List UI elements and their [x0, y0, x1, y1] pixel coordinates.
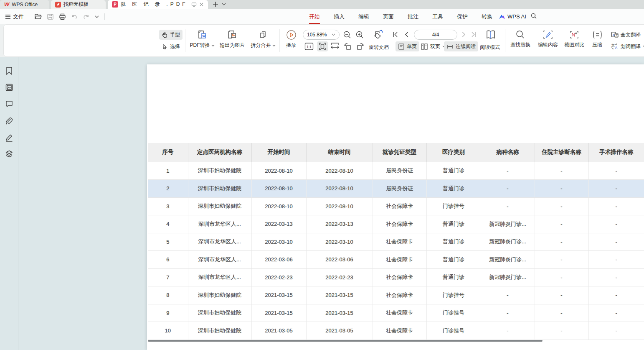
export-image-button[interactable]: 输出为图片 — [217, 30, 248, 49]
undo-icon[interactable] — [71, 13, 78, 20]
play-label: 播放 — [286, 42, 296, 49]
table-cell: 普通门诊 — [426, 180, 481, 198]
screenshot-compare-button[interactable]: 截图对比 — [562, 30, 587, 49]
tab-docer-templates[interactable]: 找稻壳模板 — [51, 0, 106, 9]
fit-page-button[interactable] — [317, 41, 328, 51]
table-header-row: 序号定点医药机构名称开始时间结束时间就诊凭证类型医疗类别病种名称住院主诊断名称手… — [148, 143, 644, 162]
menu-item-convert[interactable]: 转换 — [482, 13, 492, 20]
tab-document-active[interactable]: P 就 医 记 录 .PDF — [108, 0, 208, 9]
rotate-left-icon[interactable] — [343, 42, 352, 51]
table-cell: 7 — [148, 268, 188, 286]
page-indicator: 4/4 — [432, 32, 439, 38]
table-cell: 居民身份证 — [373, 162, 426, 180]
read-mode-label[interactable]: 阅读模式 — [480, 44, 500, 51]
single-page-button[interactable]: 单页 — [396, 41, 419, 51]
table-cell: 深圳市妇幼保健院 — [188, 197, 251, 215]
document-workspace: 序号定点医药机构名称开始时间结束时间就诊凭证类型医疗类别病种名称住院主诊断名称手… — [0, 57, 644, 350]
tab-wps-office[interactable]: W WPS Office — [0, 0, 49, 9]
new-tab-button[interactable] — [212, 1, 226, 8]
attachment-icon[interactable] — [5, 117, 13, 125]
menu-item-edit[interactable]: 编辑 — [358, 13, 369, 20]
table-cell: 新冠肺炎门诊... — [481, 251, 535, 269]
redo-icon[interactable] — [83, 13, 89, 20]
open-file-icon[interactable] — [34, 13, 42, 20]
previous-page-icon[interactable] — [404, 31, 409, 38]
tab-bar: W WPS Office 找稻壳模板 P 就 医 记 录 .PDF — [0, 0, 644, 9]
pdf-file-icon: P — [112, 1, 118, 8]
table-cell: 2022-02-23 — [306, 268, 373, 286]
table-cell: - — [535, 197, 588, 215]
next-page-icon[interactable] — [461, 31, 467, 38]
edit-content-icon — [543, 30, 553, 40]
table-cell: - — [481, 197, 535, 215]
save-icon[interactable] — [47, 13, 54, 20]
monitor-icon[interactable] — [191, 2, 197, 7]
bookmark-icon[interactable] — [5, 66, 13, 76]
last-page-icon[interactable] — [471, 31, 477, 38]
compress-button[interactable]: 压缩 — [588, 30, 607, 49]
zoom-level-combobox[interactable]: 105.88% — [303, 30, 340, 40]
table-cell: 10 — [148, 322, 188, 340]
file-menu-button[interactable]: 文件 — [5, 13, 24, 20]
toolbar: 手型 选择 W PDF转换 输出为图片 拆分合并 — [3, 24, 644, 57]
table-cell: 社会保障卡 — [373, 322, 426, 340]
rotate-right-icon[interactable] — [355, 42, 365, 51]
menu-item-insert[interactable]: 插入 — [334, 13, 345, 20]
layers-icon[interactable] — [5, 150, 13, 158]
menu-item-home[interactable]: 开始 — [309, 13, 320, 20]
menu-item-annotate[interactable]: 批注 — [408, 13, 418, 20]
divider — [505, 29, 505, 52]
first-page-icon[interactable] — [392, 31, 398, 38]
tab-label: 就 医 记 录 .PDF — [121, 1, 188, 8]
continuous-read-button[interactable]: 连续阅读 — [444, 41, 478, 51]
pdf-convert-button[interactable]: W PDF转换 — [188, 30, 216, 49]
table-row: 2深圳市妇幼保健院2022-08-102022-08-10居民身份证普通门诊--… — [148, 180, 644, 198]
actual-size-icon[interactable]: 1:1 — [304, 42, 314, 51]
zoom-in-icon[interactable] — [355, 31, 364, 39]
table-cell: 2021-03-15 — [251, 286, 306, 304]
print-icon[interactable] — [59, 13, 66, 20]
tab-label: 找稻壳模板 — [63, 1, 89, 8]
column-header: 住院主诊断名称 — [535, 143, 588, 162]
table-cell: - — [535, 215, 588, 233]
full-text-translate-button[interactable]: A 文 全文翻译 — [609, 30, 643, 40]
comment-icon[interactable] — [5, 100, 13, 108]
read-mode-icon[interactable] — [485, 29, 497, 40]
select-tool-button[interactable]: 选择 — [159, 41, 183, 51]
signature-pen-icon[interactable] — [5, 133, 13, 142]
medical-records-table: 序号定点医药机构名称开始时间结束时间就诊凭证类型医疗类别病种名称住院主诊断名称手… — [148, 143, 644, 340]
column-header: 定点医药机构名称 — [188, 143, 251, 162]
search-icon[interactable] — [530, 13, 537, 19]
find-replace-button[interactable]: 查找替换 — [507, 30, 533, 49]
fit-page-icon — [319, 42, 326, 51]
more-actions-chevron-icon[interactable] — [94, 15, 99, 18]
table-cell: 5 — [148, 233, 188, 251]
edit-content-button[interactable]: 编辑内容 — [535, 30, 561, 49]
wps-ai-button[interactable]: WPS AI — [499, 9, 526, 24]
screenshot-compare-label: 截图对比 — [564, 41, 584, 49]
hand-tool-button[interactable]: 手型 — [159, 30, 183, 40]
rotate-document-label[interactable]: 旋转文档 — [369, 44, 389, 51]
table-cell: - — [535, 180, 588, 198]
fit-width-icon[interactable] — [330, 42, 340, 50]
play-button[interactable]: 播放 — [282, 30, 300, 49]
wps-ai-icon — [499, 14, 505, 20]
word-translate-button[interactable]: 文A 划词翻译 — [609, 41, 644, 51]
page-number-input[interactable]: 4/4 — [414, 30, 457, 40]
table-cell: 社会保障卡 — [373, 286, 426, 304]
split-merge-button[interactable]: 拆分合并 — [248, 30, 278, 49]
menu-item-protect[interactable]: 保护 — [457, 13, 468, 20]
rotate-document-icon[interactable] — [372, 29, 384, 41]
table-cell: 门诊挂号 — [426, 197, 481, 215]
close-tab-icon[interactable] — [199, 2, 204, 7]
zoom-out-icon[interactable] — [343, 31, 352, 39]
menu-item-page[interactable]: 页面 — [383, 13, 394, 20]
menu-item-tools[interactable]: 工具 — [432, 13, 443, 20]
table-row: 10深圳市妇幼保健院2021-03-052021-03-05社会保障卡门诊挂号-… — [148, 322, 644, 340]
split-merge-icon — [258, 30, 269, 40]
thumbnail-icon[interactable] — [5, 83, 13, 92]
table-row: 3深圳市妇幼保健院2022-08-102022-08-10社会保障卡门诊挂号--… — [148, 197, 644, 215]
table-cell: 深圳市妇幼保健院 — [188, 162, 251, 180]
table-cell: 门诊挂号 — [426, 322, 481, 340]
table-cell: 门诊挂号 — [426, 286, 481, 304]
